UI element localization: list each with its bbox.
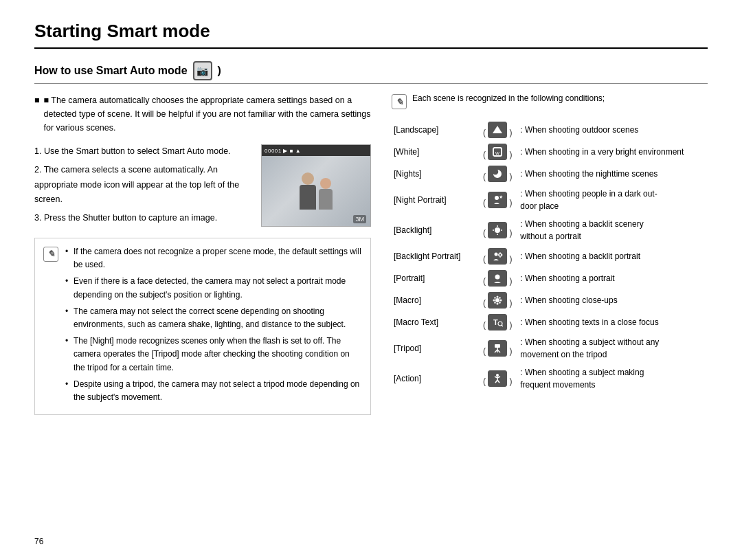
note-item-4: The [Night] mode recognizes scenes only …	[65, 335, 362, 374]
camera-preview: 00001 ▶ ■ ▲ 3M	[261, 144, 371, 227]
scene-label-nights: [Nights]	[392, 163, 477, 185]
scene-row-backlight-portrait: [Backlight Portrait] (	[392, 245, 708, 267]
svg-point-16	[495, 275, 500, 280]
scene-icon-white: ( w )	[477, 141, 518, 163]
scene-label-tripod: [Tripod]	[392, 333, 477, 363]
svg-point-11	[499, 254, 502, 256]
page-title: Starting Smart mode	[34, 21, 708, 49]
scene-table-body: [Landscape] ( ) : When shooting outdoor …	[392, 119, 708, 394]
scene-label-backlight-portrait: [Backlight Portrait]	[392, 245, 477, 267]
camera-badge: 3M	[353, 215, 366, 223]
scene-desc-nights: : When shooting the nighttime scenes	[518, 163, 708, 185]
scene-row-landscape: [Landscape] ( ) : When shooting outdoor …	[392, 119, 708, 141]
scene-row-backlight: [Backlight] ( )	[392, 215, 708, 245]
svg-line-39	[497, 380, 499, 383]
step-3: 3. Press the Shutter button to capture a…	[34, 211, 251, 225]
note-box: ✎ If the camera does not recognize a pro…	[34, 238, 371, 415]
scene-row-macro-text: [Macro Text] ( T ) : When shooting tex	[392, 311, 708, 333]
scene-row-night-portrait: [Night Portrait] ( ★ ) : When shooting	[392, 185, 708, 215]
notice-text: Each scene is recognized in the followin…	[412, 93, 605, 109]
scene-desc-macro-text: : When shooting texts in a close focus	[518, 311, 708, 333]
scene-icon-macro-text: ( T )	[477, 311, 518, 333]
svg-text:T: T	[493, 318, 498, 326]
svg-point-20	[493, 300, 495, 302]
svg-point-22	[495, 297, 496, 298]
person-2-body	[319, 189, 333, 210]
scene-table: [Landscape] ( ) : When shooting outdoor …	[392, 119, 708, 394]
scene-row-nights: [Nights] ( ) : When shooting the nightti…	[392, 163, 708, 185]
scene-icon-tripod: ( )	[477, 333, 518, 363]
person-2-head	[320, 178, 331, 189]
people-silhouette	[300, 172, 333, 210]
note-icon: ✎	[43, 247, 58, 262]
scene-desc-backlight-portrait: : When shooting a backlit portrait	[518, 245, 708, 267]
paren-close: )	[218, 65, 221, 77]
smart-mode-icon: 📷	[193, 61, 212, 80]
svg-rect-29	[495, 344, 500, 348]
section-title: How to use Smart Auto mode 📷 )	[34, 61, 708, 84]
step-2: 2. The camera selects a scene automatica…	[34, 163, 251, 207]
intro-paragraph: ■ ■ The camera automatically chooses the…	[34, 93, 371, 135]
scene-desc-macro: : When shooting close-ups	[518, 289, 708, 311]
intro-text-content: ■ The camera automatically chooses the a…	[44, 93, 371, 135]
svg-point-17	[495, 298, 499, 302]
svg-marker-0	[493, 126, 502, 133]
scene-icon-action: ( )	[477, 363, 518, 394]
scene-icon-backlight-portrait: ( )	[477, 245, 518, 267]
scene-desc-landscape: : When shooting outdoor scenes	[518, 119, 708, 141]
scene-row-tripod: [Tripod] ( )	[392, 333, 708, 363]
scene-row-macro: [Macro] (	[392, 289, 708, 311]
person-2	[319, 178, 333, 210]
notice-box: ✎ Each scene is recognized in the follow…	[392, 93, 708, 109]
svg-point-34	[496, 374, 499, 377]
scene-row-white: [White] ( w ) : When shooting in a very …	[392, 141, 708, 163]
scene-desc-night-portrait: : When shooting people in a dark out-doo…	[518, 185, 708, 215]
scene-label-white: [White]	[392, 141, 477, 163]
note-list: If the camera does not recognize a prope…	[65, 245, 362, 404]
page-number: 76	[34, 537, 43, 546]
camera-preview-body: 3M	[262, 156, 370, 226]
scene-desc-portrait: : When shooting a portrait	[518, 267, 708, 289]
svg-point-18	[497, 296, 499, 298]
scene-desc-action: : When shooting a subject makingfrequent…	[518, 363, 708, 394]
person-1-head	[302, 172, 314, 185]
note-item-3: The camera may not select the correct sc…	[65, 305, 362, 331]
camera-top-bar: 00001 ▶ ■ ▲	[262, 145, 370, 156]
svg-point-10	[495, 253, 498, 256]
scene-icon-macro: (	[477, 289, 518, 311]
svg-point-25	[499, 302, 501, 303]
right-column: ✎ Each scene is recognized in the follow…	[392, 93, 708, 415]
scene-label-action: [Action]	[392, 363, 477, 394]
scene-icon-nights: ( )	[477, 163, 518, 185]
scene-desc-tripod: : When shooting a subject without anymov…	[518, 333, 708, 363]
scene-icon-backlight: ( )	[477, 215, 518, 245]
person-1	[300, 172, 316, 210]
camera-top-text: 00001 ▶ ■ ▲	[265, 148, 301, 154]
svg-point-24	[495, 302, 496, 303]
scene-label-macro-text: [Macro Text]	[392, 311, 477, 333]
steps-text: 1. Use the Smart button to select Smart …	[34, 144, 251, 227]
step-1: 1. Use the Smart button to select Smart …	[34, 144, 251, 159]
note-item-5: Despite using a tripod, the camera may n…	[65, 378, 362, 404]
scene-row-portrait: [Portrait] ( ) : When shooting a portrai…	[392, 267, 708, 289]
svg-point-5	[495, 227, 500, 233]
bullet-marker: ■	[34, 93, 40, 135]
left-column: ■ ■ The camera automatically chooses the…	[34, 93, 371, 415]
notice-icon: ✎	[392, 94, 407, 109]
scene-icon-portrait: ( )	[477, 267, 518, 289]
steps-area: 1. Use the Smart button to select Smart …	[34, 144, 371, 227]
person-1-body	[300, 185, 316, 210]
svg-point-21	[500, 300, 502, 302]
section-title-text: How to use Smart Auto mode	[34, 65, 188, 77]
svg-point-23	[499, 297, 501, 298]
svg-text:w: w	[495, 150, 499, 156]
svg-point-19	[497, 303, 499, 305]
svg-text:★: ★	[499, 194, 503, 199]
note-item-1: If the camera does not recognize a prope…	[65, 245, 362, 271]
scene-label-portrait: [Portrait]	[392, 267, 477, 289]
scene-label-night-portrait: [Night Portrait]	[392, 185, 477, 215]
scene-desc-white: : When shooting in a very bright environ…	[518, 141, 708, 163]
scene-icon-night-portrait: ( ★ )	[477, 185, 518, 215]
scene-icon-landscape: ( )	[477, 119, 518, 141]
scene-label-macro: [Macro]	[392, 289, 477, 311]
